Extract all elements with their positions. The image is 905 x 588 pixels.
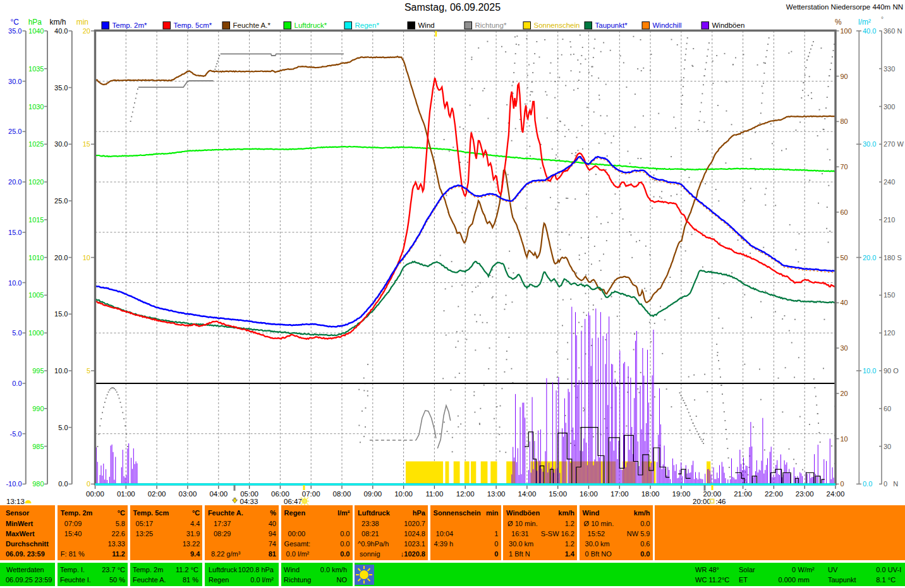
svg-text:25.0: 25.0 [8,128,21,135]
svg-text:22:00: 22:00 [765,490,783,498]
svg-text:Samstag, 06.09.2025: Samstag, 06.09.2025 [404,2,501,13]
svg-text:20.0: 20.0 [863,254,876,261]
svg-text:15: 15 [83,140,90,148]
svg-text:Feuchte A.*: Feuchte A.* [233,21,271,29]
svg-text:km/h: km/h [49,18,66,27]
svg-text:10: 10 [841,435,848,443]
svg-text:35.0: 35.0 [8,27,21,35]
svg-text:Windchill: Windchill [653,21,682,29]
svg-text:360 N: 360 N [884,27,902,35]
svg-text:90: 90 [841,73,848,80]
svg-text:20: 20 [841,390,848,397]
svg-text:20:00: 20:00 [693,498,711,505]
svg-text:0: 0 [841,480,844,488]
svg-text:0: 0 [87,480,90,488]
svg-text:04:00: 04:00 [209,490,228,498]
svg-text:-10.0: -10.0 [6,480,21,488]
svg-text:30: 30 [884,443,891,450]
svg-text:Richtung*: Richtung* [475,21,507,29]
svg-text:1040: 1040 [28,27,44,35]
svg-text:980: 980 [32,480,44,488]
svg-text:11:00: 11:00 [425,490,443,498]
svg-text:20:00: 20:00 [703,490,721,498]
svg-text:1015: 1015 [28,216,44,224]
svg-text:min: min [76,18,88,27]
svg-text:10: 10 [83,254,90,261]
svg-text:09:00: 09:00 [363,490,382,498]
svg-text:80: 80 [841,117,848,125]
svg-text:0.0: 0.0 [58,480,68,488]
svg-text:60: 60 [841,208,848,216]
svg-text:15:00: 15:00 [549,490,567,498]
svg-text:-5.0: -5.0 [10,430,22,438]
svg-text:240: 240 [884,178,895,186]
svg-text::46: :46 [716,498,726,505]
svg-text:l/m²: l/m² [858,18,871,27]
svg-text:07:00: 07:00 [302,490,320,498]
svg-text:0.0: 0.0 [863,480,872,488]
svg-text:1020: 1020 [28,178,44,186]
svg-text:995: 995 [32,367,44,375]
svg-text:%: % [835,18,842,27]
svg-text:01:00: 01:00 [117,490,135,498]
svg-text:17:00: 17:00 [610,490,629,498]
svg-text:1010: 1010 [28,254,44,261]
svg-text:21:00: 21:00 [734,490,752,498]
svg-text:150: 150 [884,291,895,299]
svg-text:50: 50 [841,254,848,261]
svg-text:5.0: 5.0 [12,329,21,337]
svg-text:10:00: 10:00 [394,490,413,498]
svg-text:24:00: 24:00 [827,490,845,498]
svg-text:210: 210 [884,216,895,224]
svg-text:30.0: 30.0 [54,140,68,148]
svg-text:30.0: 30.0 [863,140,876,148]
svg-text:70: 70 [841,163,848,171]
svg-text:100: 100 [841,27,852,35]
svg-text:5: 5 [87,367,90,375]
svg-text:20.0: 20.0 [8,178,21,186]
svg-text:40.0: 40.0 [863,27,876,35]
svg-text:12:00: 12:00 [456,490,475,498]
svg-text:270 W: 270 W [884,140,904,148]
svg-text:40.0: 40.0 [54,27,68,35]
svg-text:Regen*: Regen* [355,21,380,29]
svg-text:10.0: 10.0 [863,367,876,375]
svg-text:20.0: 20.0 [54,254,68,261]
svg-text:Wetterstation Niedersorpe 440m: Wetterstation Niedersorpe 440m NN [786,3,903,11]
svg-text:1000: 1000 [28,329,44,337]
svg-text:19:00: 19:00 [672,490,691,498]
svg-text:hPa: hPa [28,18,42,27]
svg-text:13:13: 13:13 [6,498,25,505]
svg-text:13:00: 13:00 [487,490,506,498]
svg-text:Temp. 2m*: Temp. 2m* [112,21,147,29]
svg-text:990: 990 [32,405,44,412]
svg-text:15.0: 15.0 [54,310,68,318]
svg-text:0.0: 0.0 [12,380,21,387]
svg-text:40: 40 [841,299,848,306]
svg-text:Windböen: Windböen [712,21,745,29]
svg-text:Sonnenschein: Sonnenschein [534,21,580,29]
svg-text:20: 20 [83,27,90,35]
svg-text:0 N: 0 N [884,480,898,488]
svg-text:Temp. 5cm*: Temp. 5cm* [174,21,212,29]
svg-text:06:47: 06:47 [284,498,302,505]
svg-text:23:00: 23:00 [796,490,814,498]
svg-text:1030: 1030 [28,103,44,111]
svg-text:1025: 1025 [28,140,44,148]
svg-text:°: ° [881,16,884,23]
svg-text:°C: °C [11,18,20,27]
svg-text:1035: 1035 [28,65,44,73]
svg-text:985: 985 [32,443,44,450]
svg-text:05:00: 05:00 [240,490,258,498]
svg-text:120: 120 [884,329,895,337]
svg-text:15.0: 15.0 [8,229,21,236]
svg-text:35.0: 35.0 [54,84,68,92]
svg-text:25.0: 25.0 [54,197,68,205]
svg-text:180 S: 180 S [884,254,902,261]
svg-text:Taupunkt*: Taupunkt* [595,21,628,29]
svg-text:18:00: 18:00 [641,490,660,498]
svg-text:60: 60 [884,405,891,412]
svg-text:Wind: Wind [418,21,435,29]
svg-text:Luftdruck*: Luftdruck* [295,21,327,29]
svg-text:10.0: 10.0 [8,279,21,287]
